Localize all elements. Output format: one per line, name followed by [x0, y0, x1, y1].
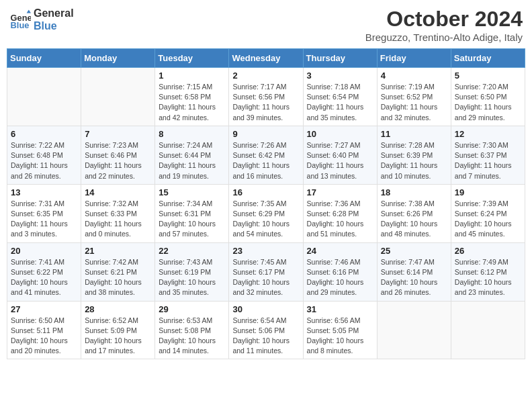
cell-info: Sunrise: 7:49 AM Sunset: 6:12 PM Dayligh… — [455, 257, 521, 298]
cell-info: Sunrise: 7:17 AM Sunset: 6:56 PM Dayligh… — [232, 82, 299, 123]
title-block: October 2024 Breguzzo, Trentino-Alto Adi… — [365, 7, 523, 43]
day-header-wednesday: Wednesday — [229, 49, 303, 68]
calendar-cell: 13Sunrise: 7:31 AM Sunset: 6:35 PM Dayli… — [7, 184, 81, 242]
calendar-cell: 31Sunrise: 6:56 AM Sunset: 5:05 PM Dayli… — [303, 301, 377, 359]
day-header-saturday: Saturday — [451, 49, 525, 68]
day-number: 23 — [232, 246, 299, 256]
cell-info: Sunrise: 7:36 AM Sunset: 6:28 PM Dayligh… — [307, 199, 373, 240]
day-number: 5 — [455, 71, 521, 81]
day-number: 3 — [307, 71, 373, 81]
calendar-cell: 1Sunrise: 7:15 AM Sunset: 6:58 PM Daylig… — [155, 68, 229, 126]
day-header-thursday: Thursday — [303, 49, 377, 68]
cell-info: Sunrise: 7:15 AM Sunset: 6:58 PM Dayligh… — [159, 82, 225, 123]
cell-info: Sunrise: 7:39 AM Sunset: 6:24 PM Dayligh… — [455, 199, 521, 240]
calendar-cell: 27Sunrise: 6:50 AM Sunset: 5:11 PM Dayli… — [7, 301, 81, 359]
day-number: 28 — [85, 304, 151, 314]
calendar-cell: 3Sunrise: 7:18 AM Sunset: 6:54 PM Daylig… — [303, 68, 377, 126]
day-number: 20 — [11, 246, 77, 256]
day-header-monday: Monday — [81, 49, 155, 68]
logo-icon: General Blue — [9, 9, 31, 30]
cell-info: Sunrise: 6:54 AM Sunset: 5:06 PM Dayligh… — [232, 316, 299, 357]
cell-info: Sunrise: 7:32 AM Sunset: 6:33 PM Dayligh… — [85, 199, 151, 240]
calendar-cell: 18Sunrise: 7:38 AM Sunset: 6:26 PM Dayli… — [377, 184, 451, 242]
cell-info: Sunrise: 7:20 AM Sunset: 6:50 PM Dayligh… — [455, 82, 521, 123]
day-number: 2 — [232, 71, 299, 81]
day-header-sunday: Sunday — [7, 49, 81, 68]
cell-info: Sunrise: 7:47 AM Sunset: 6:14 PM Dayligh… — [381, 257, 447, 298]
cell-info: Sunrise: 7:38 AM Sunset: 6:26 PM Dayligh… — [381, 199, 447, 240]
calendar-cell: 16Sunrise: 7:35 AM Sunset: 6:29 PM Dayli… — [229, 184, 303, 242]
day-number: 25 — [381, 246, 447, 256]
calendar-cell: 24Sunrise: 7:46 AM Sunset: 6:16 PM Dayli… — [303, 242, 377, 301]
logo: General Blue General Blue — [9, 7, 74, 32]
day-header-friday: Friday — [377, 49, 451, 68]
calendar-week-row: 1Sunrise: 7:15 AM Sunset: 6:58 PM Daylig… — [7, 68, 525, 126]
calendar-cell: 23Sunrise: 7:45 AM Sunset: 6:17 PM Dayli… — [229, 242, 303, 301]
cell-info: Sunrise: 7:18 AM Sunset: 6:54 PM Dayligh… — [307, 82, 373, 123]
calendar-cell: 30Sunrise: 6:54 AM Sunset: 5:06 PM Dayli… — [229, 301, 303, 359]
calendar-cell: 28Sunrise: 6:52 AM Sunset: 5:09 PM Dayli… — [81, 301, 155, 359]
cell-info: Sunrise: 6:50 AM Sunset: 5:11 PM Dayligh… — [11, 316, 77, 357]
day-number: 29 — [159, 304, 225, 314]
day-number: 9 — [232, 129, 299, 139]
calendar-cell: 29Sunrise: 6:53 AM Sunset: 5:08 PM Dayli… — [155, 301, 229, 359]
day-number: 15 — [159, 187, 225, 197]
day-number: 4 — [381, 71, 447, 81]
day-number: 24 — [307, 246, 373, 256]
cell-info: Sunrise: 7:41 AM Sunset: 6:22 PM Dayligh… — [11, 257, 77, 298]
day-number: 21 — [85, 246, 151, 256]
logo-general: General — [34, 7, 74, 19]
calendar-cell — [81, 68, 155, 126]
day-number: 13 — [11, 187, 77, 197]
cell-info: Sunrise: 7:31 AM Sunset: 6:35 PM Dayligh… — [11, 199, 77, 240]
calendar-cell: 12Sunrise: 7:30 AM Sunset: 6:37 PM Dayli… — [451, 126, 525, 184]
cell-info: Sunrise: 7:45 AM Sunset: 6:17 PM Dayligh… — [232, 257, 299, 298]
cell-info: Sunrise: 7:34 AM Sunset: 6:31 PM Dayligh… — [159, 199, 225, 240]
day-number: 6 — [11, 129, 77, 139]
day-number: 22 — [159, 246, 225, 256]
cell-info: Sunrise: 7:35 AM Sunset: 6:29 PM Dayligh… — [232, 199, 299, 240]
day-number: 7 — [85, 129, 151, 139]
calendar-cell: 14Sunrise: 7:32 AM Sunset: 6:33 PM Dayli… — [81, 184, 155, 242]
month-year: October 2024 — [365, 7, 523, 32]
calendar-cell: 10Sunrise: 7:27 AM Sunset: 6:40 PM Dayli… — [303, 126, 377, 184]
day-number: 30 — [232, 304, 299, 314]
calendar-cell: 26Sunrise: 7:49 AM Sunset: 6:12 PM Dayli… — [451, 242, 525, 301]
logo-blue: Blue — [34, 19, 74, 32]
calendar-cell: 9Sunrise: 7:26 AM Sunset: 6:42 PM Daylig… — [229, 126, 303, 184]
calendar-cell: 11Sunrise: 7:28 AM Sunset: 6:39 PM Dayli… — [377, 126, 451, 184]
svg-marker-2 — [27, 10, 31, 13]
cell-info: Sunrise: 6:53 AM Sunset: 5:08 PM Dayligh… — [159, 316, 225, 357]
cell-info: Sunrise: 7:19 AM Sunset: 6:52 PM Dayligh… — [381, 82, 447, 123]
cell-info: Sunrise: 7:46 AM Sunset: 6:16 PM Dayligh… — [307, 257, 373, 298]
cell-info: Sunrise: 7:30 AM Sunset: 6:37 PM Dayligh… — [455, 140, 521, 181]
page-header: General Blue General Blue October 2024 B… — [7, 7, 525, 43]
calendar-cell: 15Sunrise: 7:34 AM Sunset: 6:31 PM Dayli… — [155, 184, 229, 242]
day-number: 1 — [159, 71, 225, 81]
day-header-tuesday: Tuesday — [155, 49, 229, 68]
svg-text:Blue: Blue — [11, 20, 30, 30]
cell-info: Sunrise: 7:27 AM Sunset: 6:40 PM Dayligh… — [307, 140, 373, 181]
calendar-table: SundayMondayTuesdayWednesdayThursdayFrid… — [7, 48, 525, 359]
day-number: 26 — [455, 246, 521, 256]
day-number: 18 — [381, 187, 447, 197]
cell-info: Sunrise: 7:24 AM Sunset: 6:44 PM Dayligh… — [159, 140, 225, 181]
calendar-cell: 17Sunrise: 7:36 AM Sunset: 6:28 PM Dayli… — [303, 184, 377, 242]
day-number: 19 — [455, 187, 521, 197]
calendar-cell — [7, 68, 81, 126]
location: Breguzzo, Trentino-Alto Adige, Italy — [365, 32, 523, 43]
calendar-cell: 22Sunrise: 7:43 AM Sunset: 6:19 PM Dayli… — [155, 242, 229, 301]
calendar-cell: 5Sunrise: 7:20 AM Sunset: 6:50 PM Daylig… — [451, 68, 525, 126]
day-number: 12 — [455, 129, 521, 139]
calendar-cell — [377, 301, 451, 359]
day-number: 8 — [159, 129, 225, 139]
cell-info: Sunrise: 7:28 AM Sunset: 6:39 PM Dayligh… — [381, 140, 447, 181]
day-number: 17 — [307, 187, 373, 197]
calendar-cell: 19Sunrise: 7:39 AM Sunset: 6:24 PM Dayli… — [451, 184, 525, 242]
calendar-header-row: SundayMondayTuesdayWednesdayThursdayFrid… — [7, 49, 525, 68]
calendar-cell: 6Sunrise: 7:22 AM Sunset: 6:48 PM Daylig… — [7, 126, 81, 184]
calendar-week-row: 27Sunrise: 6:50 AM Sunset: 5:11 PM Dayli… — [7, 301, 525, 359]
cell-info: Sunrise: 6:56 AM Sunset: 5:05 PM Dayligh… — [307, 316, 373, 357]
calendar-cell: 4Sunrise: 7:19 AM Sunset: 6:52 PM Daylig… — [377, 68, 451, 126]
calendar-cell: 8Sunrise: 7:24 AM Sunset: 6:44 PM Daylig… — [155, 126, 229, 184]
